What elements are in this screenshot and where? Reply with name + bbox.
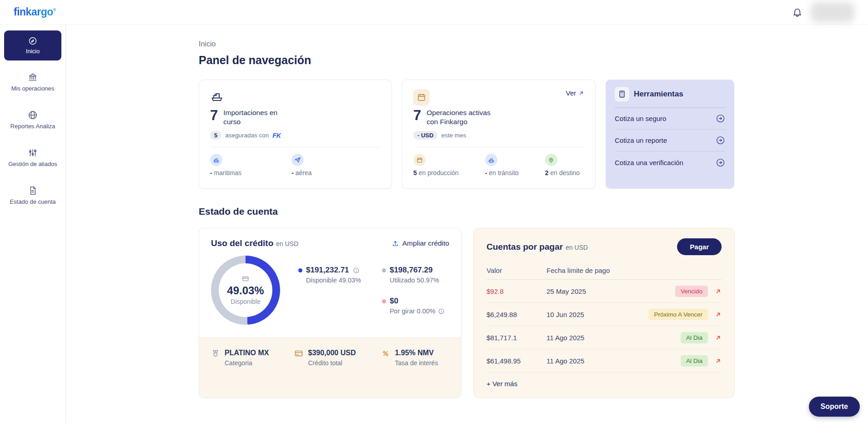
upload-icon	[391, 240, 399, 247]
ops-stat-destino: 2 en destino	[545, 154, 580, 176]
arrow-circle-right-icon	[716, 114, 725, 123]
imports-stat-maritimas: - maritimas	[210, 154, 241, 176]
status-badge: Al Dia	[681, 332, 708, 343]
insured-count-badge: 5	[210, 131, 221, 140]
pagar-button[interactable]: Pagar	[677, 238, 722, 255]
payables-table: Valor Fecha limite de pago $92.8 25 May …	[487, 262, 722, 373]
arrow-circle-right-icon	[716, 136, 725, 145]
soporte-button[interactable]: Soporte	[809, 397, 860, 417]
info-icon[interactable]	[353, 267, 360, 274]
plane-icon	[291, 154, 304, 166]
imports-stat-aerea: - aérea	[291, 154, 311, 176]
legend-por-girar: $0 Por girar 0.00%	[382, 297, 445, 315]
ops-stat-transito: - en tránsito	[485, 154, 519, 176]
status-badge: Próximo A Vencer	[648, 309, 708, 320]
sliders-icon	[28, 148, 38, 158]
open-payment-icon[interactable]	[715, 311, 722, 318]
imports-count: 7	[210, 108, 218, 122]
credit-card-icon	[242, 275, 249, 282]
sidebar-label: Estado de cuenta	[10, 198, 55, 205]
table-header: Valor Fecha limite de pago	[487, 262, 722, 280]
legend-disponible: $191,232.71 Disponible 49.03%	[298, 266, 361, 284]
status-badge: Vencido	[675, 286, 708, 297]
page-title: Panel de navegación	[199, 54, 735, 67]
sidebar-item-mis-operaciones[interactable]: Mis operaciones	[4, 72, 61, 92]
calendar-icon	[413, 154, 426, 166]
tool-cotiza-reporte[interactable]: Cotiza un reporte	[615, 130, 725, 151]
tools-title: Herramientas	[634, 90, 683, 99]
finkargo-logo[interactable]: finkargo®	[14, 6, 56, 18]
info-icon[interactable]	[438, 308, 445, 315]
credit-donut-center: 49.03% Disponible	[219, 263, 272, 317]
table-row: $92.8 25 May 2025 Vencido	[487, 280, 722, 303]
open-payment-icon[interactable]	[715, 358, 722, 364]
payables-title: Cuentas por pagar	[487, 242, 563, 252]
donut-percent: 49.03%	[227, 284, 264, 297]
legend-dot	[382, 299, 386, 303]
credit-donut-chart: 49.03% Disponible	[211, 256, 280, 325]
ship-icon	[210, 154, 222, 166]
tool-cotiza-seguro[interactable]: Cotiza un seguro	[615, 108, 725, 130]
globe-icon	[28, 110, 38, 120]
arrow-up-right-icon	[578, 90, 584, 96]
ops-stat-produccion: 5 en producción	[413, 154, 459, 176]
user-avatar[interactable]	[811, 2, 854, 22]
credit-unit: en USD	[276, 240, 298, 247]
operations-count: 7	[413, 108, 421, 122]
sidebar-item-gestion-aliados[interactable]: Gestión de aliados	[4, 148, 61, 167]
bank-icon	[28, 72, 38, 82]
operations-title: Operaciones activas con Finkargo	[426, 108, 499, 126]
table-row: $61,498.95 11 Ago 2025 Al Dia	[487, 349, 722, 373]
document-icon	[28, 186, 38, 196]
divider	[210, 147, 381, 147]
ampliar-credito-link[interactable]: Ampliar crédito	[391, 239, 449, 247]
divider	[413, 147, 584, 147]
arrow-circle-right-icon	[716, 158, 725, 167]
ship-icon	[210, 89, 224, 103]
credit-title: Uso del crédito	[211, 238, 273, 248]
legend-dot	[382, 268, 386, 272]
table-row: $6,249.88 10 Jun 2025 Próximo A Vencer	[487, 303, 722, 326]
compass-icon	[28, 36, 37, 45]
calendar-icon	[413, 89, 430, 106]
open-payment-icon[interactable]	[715, 334, 722, 341]
credit-card-icon	[294, 349, 303, 358]
ver-mas-link[interactable]: + Ver más	[487, 380, 517, 388]
sidebar-item-estado-cuenta[interactable]: Estado de cuenta	[4, 186, 61, 205]
percent-icon	[381, 349, 390, 358]
ver-link[interactable]: Ver	[566, 89, 584, 97]
sidebar-item-reportes-analiza[interactable]: Reportes Analiza	[4, 110, 61, 130]
tools-card: Herramientas Cotiza un seguro Cotiza un …	[606, 80, 734, 189]
sidebar-label: Inicio	[26, 48, 40, 55]
calculator-icon	[615, 87, 629, 101]
sidebar-label: Reportes Analiza	[10, 123, 55, 130]
sidebar-label: Gestión de aliados	[8, 161, 57, 167]
footer-tasa-interes: 1.95% NMV Tasa de interés	[381, 349, 438, 387]
legend-dot	[298, 268, 302, 272]
footer-credito-total: $390,000 USD Crédito total	[294, 349, 356, 387]
imports-card: 7 Importaciones en curso 5 aseguradas co…	[199, 80, 392, 189]
map-pin-icon	[545, 154, 557, 166]
main-area: Inicio Panel de navegación 7 Importacion…	[66, 25, 868, 423]
open-payment-icon[interactable]	[715, 288, 722, 295]
insured-note: aseguradas con	[225, 132, 269, 139]
top-bar: finkargo®	[0, 0, 868, 25]
donut-label: Disponible	[231, 298, 260, 305]
tool-cotiza-verificacion[interactable]: Cotiza una verificación	[615, 151, 725, 173]
sidebar-label: Mis operaciones	[11, 85, 55, 92]
payables-unit: en USD	[566, 244, 588, 251]
legend-utilizado: $198,767.29 Utilizado 50.97%	[382, 266, 445, 284]
credit-usage-card: Uso del créditoen USD Ampliar crédito	[199, 228, 462, 398]
account-section-title: Estado de cuenta	[199, 206, 735, 217]
payables-card: Cuentas por pagaren USD Pagar Valor Fech…	[473, 228, 735, 398]
imports-title: Importaciones en curso	[223, 108, 296, 126]
notifications-bell-icon[interactable]	[792, 7, 803, 17]
sidebar: Inicio Mis operaciones Reportes Analiza …	[0, 25, 66, 423]
month-note: este mes	[441, 132, 466, 139]
usd-badge: - USD	[413, 131, 437, 140]
medal-icon	[211, 349, 220, 358]
breadcrumb[interactable]: Inicio	[199, 40, 735, 48]
status-badge: Al Dia	[681, 355, 708, 367]
sidebar-item-inicio[interactable]: Inicio	[4, 30, 61, 60]
footer-categoria: PLATINO MX Categoria	[211, 349, 269, 387]
